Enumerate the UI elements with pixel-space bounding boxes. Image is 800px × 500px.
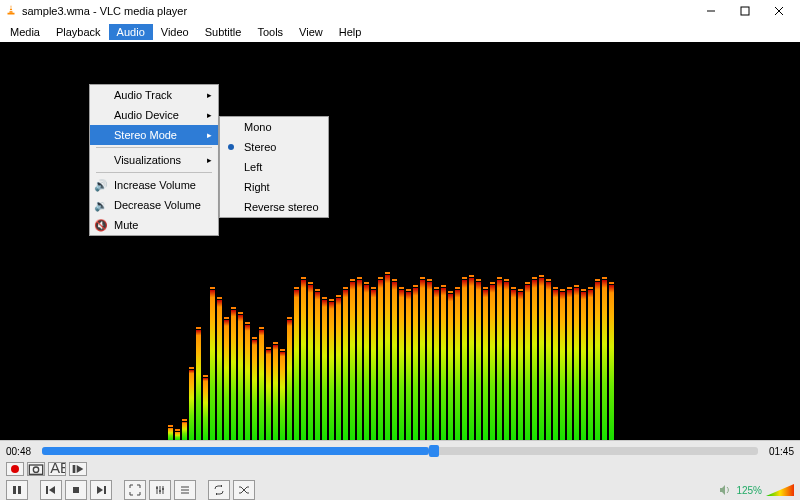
shuffle-button[interactable] (233, 480, 255, 500)
minimize-button[interactable] (694, 0, 728, 22)
menu-help[interactable]: Help (331, 24, 370, 40)
stereo-option-left[interactable]: Left (220, 157, 328, 177)
stop-button[interactable] (65, 480, 87, 500)
menu-mute[interactable]: 🔇Mute (90, 215, 218, 235)
menu-tools[interactable]: Tools (249, 24, 291, 40)
stereo-option-stereo[interactable]: Stereo (220, 137, 328, 157)
menu-label: Left (244, 161, 262, 173)
menu-playback[interactable]: Playback (48, 24, 109, 40)
stereo-option-right[interactable]: Right (220, 177, 328, 197)
window-controls (694, 0, 796, 22)
svg-rect-1 (10, 8, 13, 9)
spectrum-bar (476, 282, 481, 440)
speaker-icon[interactable] (718, 483, 732, 497)
loop-ab-button[interactable]: AB (48, 462, 66, 476)
menu-label: Audio Device (114, 109, 179, 121)
menu-separator (96, 172, 212, 173)
spectrum-bar (609, 285, 614, 440)
svg-point-8 (33, 467, 38, 472)
spectrum-bar (504, 282, 509, 440)
frame-step-button[interactable] (69, 462, 87, 476)
spectrum-bar (581, 292, 586, 440)
spectrum-bar (245, 325, 250, 440)
spectrum-bar (196, 330, 201, 440)
seek-bar[interactable] (42, 447, 758, 455)
pause-button[interactable] (6, 480, 28, 500)
chevron-right-icon: ▸ (207, 90, 212, 100)
spectrum-bar (231, 310, 236, 440)
controls-panel: 00:48 01:45 AB 125% (0, 440, 800, 500)
main-buttons-row: 125% (6, 479, 794, 500)
spectrum-bar (574, 288, 579, 440)
volume-slider[interactable] (766, 483, 794, 497)
spectrum-bar (420, 280, 425, 440)
menubar: Media Playback Audio Video Subtitle Tool… (0, 22, 800, 42)
menu-audio-track[interactable]: Audio Track▸ (90, 85, 218, 105)
spectrum-bar (455, 290, 460, 440)
titlebar: sample3.wma - VLC media player (0, 0, 800, 22)
spectrum-bar (378, 280, 383, 440)
spectrum-bar (357, 280, 362, 440)
spectrum-bar (273, 345, 278, 440)
close-button[interactable] (762, 0, 796, 22)
spectrum-bar (238, 315, 243, 440)
menu-label: Right (244, 181, 270, 193)
menu-label: Reverse stereo (244, 201, 319, 213)
record-button[interactable] (6, 462, 24, 476)
menu-media[interactable]: Media (2, 24, 48, 40)
previous-button[interactable] (40, 480, 62, 500)
menu-video[interactable]: Video (153, 24, 197, 40)
spectrum-bar (588, 290, 593, 440)
spectrum-bar (266, 350, 271, 440)
svg-rect-11 (13, 486, 16, 494)
chevron-right-icon: ▸ (207, 110, 212, 120)
seek-knob[interactable] (429, 445, 439, 457)
extended-settings-button[interactable] (149, 480, 171, 500)
spectrum-bar (308, 285, 313, 440)
menu-label: Visualizations (114, 154, 181, 166)
time-elapsed[interactable]: 00:48 (6, 446, 36, 457)
svg-text:AB: AB (50, 461, 65, 476)
menu-label: Increase Volume (114, 179, 196, 191)
menu-separator (96, 147, 212, 148)
spectrum-visualization (168, 260, 648, 440)
menu-audio-device[interactable]: Audio Device▸ (90, 105, 218, 125)
time-total[interactable]: 01:45 (764, 446, 794, 457)
menu-visualizations[interactable]: Visualizations▸ (90, 150, 218, 170)
spectrum-bar (252, 340, 257, 440)
spectrum-bar (280, 352, 285, 440)
mute-icon: 🔇 (94, 219, 108, 232)
spectrum-bar (595, 282, 600, 440)
stereo-option-mono[interactable]: Mono (220, 117, 328, 137)
svg-rect-10 (73, 465, 76, 473)
snapshot-button[interactable] (27, 462, 45, 476)
spectrum-bar (567, 290, 572, 440)
seek-fill (42, 447, 429, 455)
menu-label: Audio Track (114, 89, 172, 101)
menu-decrease-volume[interactable]: 🔉Decrease Volume (90, 195, 218, 215)
spectrum-bar (301, 280, 306, 440)
spectrum-bar (490, 285, 495, 440)
menu-stereo-mode[interactable]: Stereo Mode▸ (90, 125, 218, 145)
spectrum-bar (294, 290, 299, 440)
spectrum-bar (399, 290, 404, 440)
maximize-button[interactable] (728, 0, 762, 22)
spectrum-bar (406, 292, 411, 440)
spectrum-bar (483, 290, 488, 440)
menu-view[interactable]: View (291, 24, 331, 40)
spectrum-bar (189, 370, 194, 440)
volume-percent: 125% (736, 485, 762, 496)
spectrum-bar (602, 280, 607, 440)
next-button[interactable] (90, 480, 112, 500)
spectrum-bar (469, 278, 474, 440)
stereo-option-reverse[interactable]: Reverse stereo (220, 197, 328, 217)
audio-dropdown: Audio Track▸ Audio Device▸ Stereo Mode▸ … (89, 84, 219, 236)
spectrum-bar (539, 278, 544, 440)
spectrum-bar (259, 330, 264, 440)
menu-subtitle[interactable]: Subtitle (197, 24, 250, 40)
loop-button[interactable] (208, 480, 230, 500)
menu-increase-volume[interactable]: 🔊Increase Volume (90, 175, 218, 195)
menu-audio[interactable]: Audio (109, 24, 153, 40)
fullscreen-button[interactable] (124, 480, 146, 500)
playlist-button[interactable] (174, 480, 196, 500)
